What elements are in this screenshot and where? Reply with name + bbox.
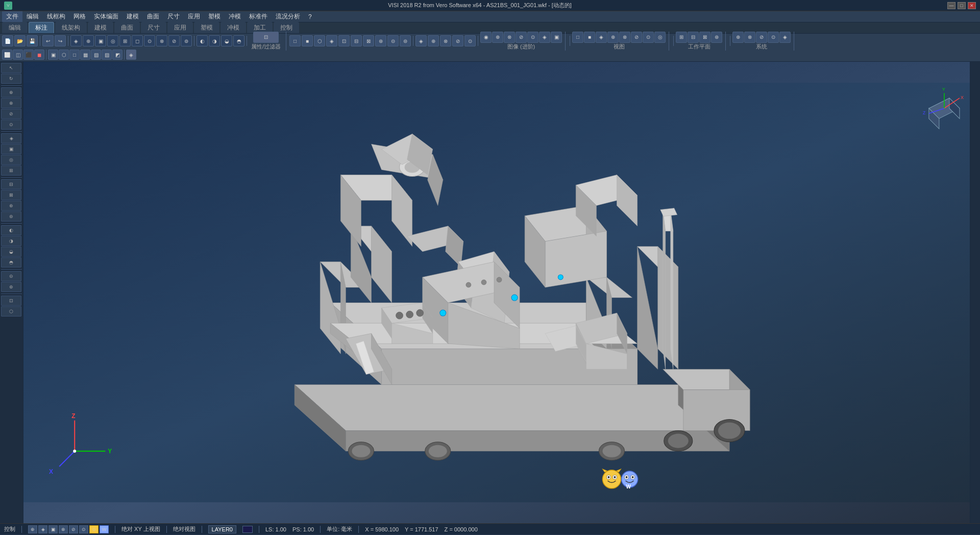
tool-25[interactable]: ◈: [415, 35, 427, 46]
3d-viewport[interactable]: Y Z X X Y Z: [23, 62, 970, 523]
cube-iso-btn[interactable]: ⬡: [59, 50, 69, 60]
sidebar-rotate[interactable]: ↻: [1, 74, 21, 84]
sidebar-tool-7[interactable]: ◎: [1, 155, 21, 165]
color-swatch[interactable]: [242, 526, 253, 533]
menu-help[interactable]: ?: [304, 12, 316, 21]
view-shaded-btn[interactable]: ◼: [34, 50, 44, 60]
sidebar-tool-19[interactable]: ⊡: [1, 296, 21, 306]
sidebar-tool-11[interactable]: ⊛: [1, 201, 21, 211]
maximize-button[interactable]: □: [958, 2, 966, 9]
cube-left-btn[interactable]: ▧: [91, 50, 101, 60]
status-icon-1[interactable]: ⊕: [28, 525, 37, 533]
sidebar-tool-16[interactable]: ◓: [1, 257, 21, 268]
image-btn-6[interactable]: ◈: [539, 32, 550, 43]
cube-right-btn[interactable]: ▦: [80, 50, 90, 60]
sidebar-tool-10[interactable]: ⊠: [1, 190, 21, 200]
sys-btn-2[interactable]: ⊗: [744, 32, 755, 43]
image-btn-7[interactable]: ▣: [551, 32, 562, 43]
menu-apply[interactable]: 应用: [184, 11, 204, 22]
tab-dimension[interactable]: 尺寸: [141, 22, 166, 33]
sidebar-tool-12[interactable]: ⊜: [1, 211, 21, 222]
cube-top-btn[interactable]: □: [69, 50, 80, 60]
wp-btn-3[interactable]: ⊠: [699, 32, 710, 43]
tool-21[interactable]: ⊠: [363, 35, 374, 46]
menu-flow[interactable]: 流况分析: [272, 11, 304, 22]
view-btn-2[interactable]: ■: [584, 32, 595, 43]
tab-wireframe[interactable]: 线架构: [55, 22, 87, 33]
tab-stamp[interactable]: 冲模: [220, 22, 246, 33]
status-icon-2[interactable]: ◈: [38, 525, 47, 533]
cube-back-btn[interactable]: ▨: [102, 50, 112, 60]
sidebar-tool-15[interactable]: ◒: [1, 247, 21, 257]
tool-22[interactable]: ⊛: [375, 35, 386, 46]
menu-standard[interactable]: 标准件: [245, 11, 272, 22]
open-button[interactable]: 📂: [14, 35, 26, 46]
wp-btn-2[interactable]: ⊟: [688, 32, 699, 43]
layer-display[interactable]: LAYER0: [208, 525, 236, 533]
sidebar-tool-2[interactable]: ⊗: [1, 98, 21, 108]
view-wire-btn[interactable]: ⬜: [2, 50, 12, 60]
wp-btn-1[interactable]: ⊞: [676, 32, 687, 43]
sidebar-tool-5[interactable]: ◈: [1, 133, 21, 143]
undo-button[interactable]: ↩: [42, 35, 54, 46]
tool-9[interactable]: ⊘: [168, 35, 180, 46]
menu-mesh[interactable]: 网格: [69, 11, 90, 22]
status-icon-3[interactable]: ▣: [48, 525, 58, 533]
sidebar-tool-13[interactable]: ◐: [1, 225, 21, 235]
sidebar-tool-6[interactable]: ▣: [1, 144, 21, 154]
sidebar-tool-8[interactable]: ⊞: [1, 165, 21, 176]
sys-btn-1[interactable]: ⊕: [732, 32, 744, 43]
tab-surface[interactable]: 曲面: [114, 22, 140, 33]
tool-29[interactable]: ⊙: [464, 35, 476, 46]
menu-dimension[interactable]: 尺寸: [163, 11, 184, 22]
view-btn-5[interactable]: ⊗: [619, 32, 630, 43]
tool-6[interactable]: ◻: [132, 35, 143, 46]
view-btn-7[interactable]: ⊙: [643, 32, 654, 43]
status-icon-6[interactable]: ⊙: [79, 525, 88, 533]
tab-apply[interactable]: 应用: [167, 22, 193, 33]
sidebar-select[interactable]: ↖: [1, 63, 21, 73]
tool-11[interactable]: ◐: [197, 35, 208, 46]
tab-annotation[interactable]: 标注: [29, 22, 54, 33]
save-button[interactable]: 💾: [27, 35, 38, 46]
tool-14[interactable]: ◓: [233, 35, 244, 46]
tool-3[interactable]: ▣: [95, 35, 106, 46]
wp-btn-4[interactable]: ⊛: [711, 32, 722, 43]
tool-2[interactable]: ⊕: [83, 35, 94, 46]
image-btn-3[interactable]: ⊗: [504, 32, 515, 43]
sidebar-tool-1[interactable]: ⊕: [1, 87, 21, 98]
sidebar-tool-18[interactable]: ⊚: [1, 282, 21, 292]
tool-13[interactable]: ◒: [221, 35, 232, 46]
view-btn-3[interactable]: ◈: [596, 32, 607, 43]
tool-18[interactable]: ◈: [326, 35, 337, 46]
status-icon-4[interactable]: ⊗: [59, 525, 68, 533]
view-label[interactable]: 绝对视图: [173, 525, 195, 533]
menu-mold[interactable]: 塑模: [204, 11, 225, 22]
tab-mold[interactable]: 塑模: [194, 22, 219, 33]
tool-20[interactable]: ⊟: [351, 35, 362, 46]
image-btn-5[interactable]: ⊙: [527, 32, 538, 43]
image-btn-1[interactable]: ◉: [480, 32, 492, 43]
view-edge-btn[interactable]: ◫: [13, 50, 23, 60]
menu-wireframe[interactable]: 线框构: [43, 11, 69, 22]
tool-24[interactable]: ⊜: [400, 35, 411, 46]
cube-front-btn[interactable]: ▣: [48, 50, 58, 60]
sidebar-tool-3[interactable]: ⊘: [1, 109, 21, 119]
filter-btn[interactable]: ⊡: [253, 32, 279, 43]
tool-4[interactable]: ◎: [107, 35, 118, 46]
image-btn-4[interactable]: ⊘: [516, 32, 527, 43]
snap-label[interactable]: 绝对 XY 上视图: [121, 525, 160, 533]
display-mode-btn[interactable]: ◈: [126, 50, 136, 60]
tool-5[interactable]: ⊞: [119, 35, 131, 46]
tool-8[interactable]: ⊗: [156, 35, 167, 46]
image-btn-2[interactable]: ⊕: [492, 32, 503, 43]
tool-10[interactable]: ⊚: [181, 35, 192, 46]
status-icon-5[interactable]: ⊘: [69, 525, 78, 533]
tool-28[interactable]: ⊘: [452, 35, 463, 46]
tool-16[interactable]: ■: [302, 35, 313, 46]
sidebar-tool-9[interactable]: ⊟: [1, 179, 21, 189]
menu-solidface[interactable]: 实体编面: [90, 11, 122, 22]
tool-12[interactable]: ◑: [209, 35, 220, 46]
close-button[interactable]: ✕: [968, 2, 976, 9]
tool-19[interactable]: ⊡: [338, 35, 350, 46]
